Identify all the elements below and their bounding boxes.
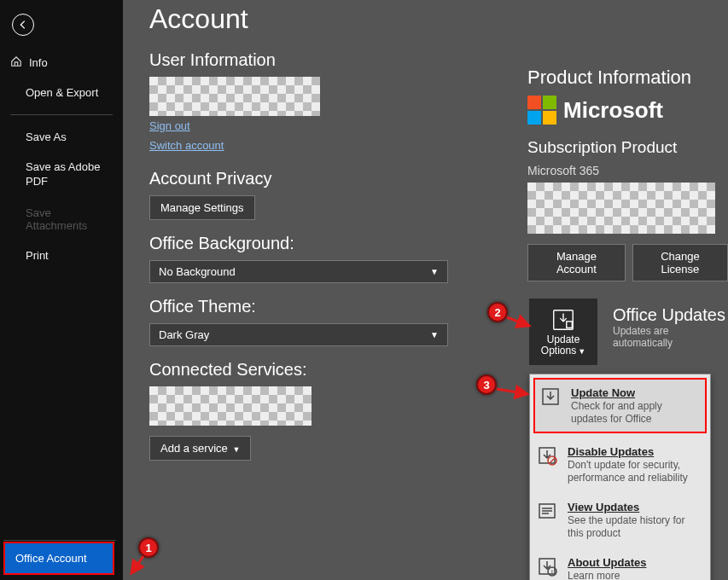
annotation-arrow-1 xyxy=(128,554,149,580)
disable-updates-icon xyxy=(537,445,559,484)
sidebar-label: Save Attachments xyxy=(26,206,87,232)
sidebar-item-info[interactable]: Info xyxy=(0,48,123,78)
microsoft-logo-icon xyxy=(527,96,556,125)
menu-title: Update Now xyxy=(571,386,700,399)
microsoft-logo: Microsoft xyxy=(527,96,728,125)
annotation-badge-1: 1 xyxy=(138,537,159,558)
sidebar-item-print[interactable]: Print xyxy=(0,241,123,270)
annotation-badge-2: 2 xyxy=(487,302,508,322)
sign-out-link[interactable]: Sign out xyxy=(149,119,190,132)
change-license-button[interactable]: Change License xyxy=(632,244,728,281)
chevron-down-icon: ▼ xyxy=(232,445,240,454)
home-icon xyxy=(10,55,22,70)
backstage-sidebar: Info Open & Export Save As Save as Adobe… xyxy=(0,0,123,580)
sidebar-label: Info xyxy=(29,56,48,69)
menu-desc: Learn more xyxy=(568,570,620,580)
manage-account-button[interactable]: Manage Account xyxy=(527,244,626,281)
background-value: No Background xyxy=(159,265,236,278)
right-column: Product Information Microsoft Subscripti… xyxy=(527,63,728,297)
service-placeholder xyxy=(149,386,312,426)
page-title: Account xyxy=(149,3,728,35)
theme-heading: Office Theme: xyxy=(149,297,457,316)
menu-item-update-now[interactable]: Update Now Check for and apply updates f… xyxy=(533,378,707,433)
user-photo-placeholder xyxy=(149,77,320,116)
sidebar-divider xyxy=(10,114,113,115)
office-updates-heading-area: Office Updates Updates are automatically xyxy=(613,305,728,349)
sidebar-label: Open & Export xyxy=(26,86,98,99)
svg-text:i: i xyxy=(551,568,553,576)
menu-desc: Check for and apply updates for Office xyxy=(571,400,662,425)
sidebar-label: Office Account xyxy=(15,552,87,565)
menu-item-view-updates[interactable]: View Updates See the update history for … xyxy=(530,492,710,548)
sidebar-bottom-divider xyxy=(3,540,116,541)
update-now-icon xyxy=(540,386,562,425)
annotation-badge-3: 3 xyxy=(476,374,497,395)
office-updates-title: Office Updates xyxy=(613,305,728,325)
subscription-name: Microsoft 365 xyxy=(527,164,728,177)
theme-select[interactable]: Dark Gray ▼ xyxy=(149,323,448,346)
update-label2: Options xyxy=(541,345,576,357)
sidebar-item-save-as[interactable]: Save As xyxy=(0,122,123,152)
user-info-heading: User Information xyxy=(149,50,457,70)
add-service-button[interactable]: Add a service ▼ xyxy=(149,436,251,461)
chevron-down-icon: ▼ xyxy=(430,267,439,276)
back-button[interactable] xyxy=(12,14,34,36)
subscription-heading: Subscription Product xyxy=(527,138,728,157)
product-heading: Product Information xyxy=(527,67,728,89)
sidebar-item-office-account[interactable]: Office Account xyxy=(3,542,114,575)
sidebar-item-attachments: Save Attachments xyxy=(0,198,123,241)
background-heading: Office Background: xyxy=(149,234,457,253)
menu-desc: See the update history for this product xyxy=(568,514,684,539)
menu-title: About Updates xyxy=(568,556,646,569)
add-service-label: Add a service xyxy=(160,442,228,455)
subscription-placeholder xyxy=(527,183,715,234)
left-column: User Information Sign out Switch account… xyxy=(149,47,457,474)
update-label1: Update xyxy=(547,334,580,345)
microsoft-word: Microsoft xyxy=(563,97,663,124)
chevron-down-icon: ▼ xyxy=(430,330,439,339)
menu-item-about-updates[interactable]: i About Updates Learn more xyxy=(530,548,710,580)
switch-account-link[interactable]: Switch account xyxy=(149,139,224,152)
update-options-menu: Update Now Check for and apply updates f… xyxy=(529,374,711,580)
update-options-button[interactable]: Update Options▼ xyxy=(529,299,597,365)
sidebar-label: Save As xyxy=(26,130,67,143)
menu-item-disable-updates[interactable]: Disable Updates Don't update for securit… xyxy=(530,437,710,492)
theme-value: Dark Gray xyxy=(159,328,209,341)
manage-settings-button[interactable]: Manage Settings xyxy=(149,195,255,220)
about-updates-icon: i xyxy=(537,556,559,580)
menu-desc: Don't update for security, performance a… xyxy=(568,459,688,484)
services-heading: Connected Services: xyxy=(149,360,457,380)
sidebar-item-save-pdf[interactable]: Save as Adobe PDF xyxy=(0,152,123,198)
svg-rect-1 xyxy=(567,322,573,328)
chevron-down-icon: ▼ xyxy=(578,347,585,356)
background-select[interactable]: No Background ▼ xyxy=(149,260,448,283)
privacy-heading: Account Privacy xyxy=(149,169,457,188)
sidebar-label: Print xyxy=(26,249,49,262)
update-download-icon xyxy=(550,307,576,333)
view-updates-icon xyxy=(537,501,559,539)
sidebar-label: Save as Adobe PDF xyxy=(26,160,100,188)
menu-title: View Updates xyxy=(568,501,703,513)
sidebar-item-open-export[interactable]: Open & Export xyxy=(0,78,123,107)
menu-title: Disable Updates xyxy=(568,445,703,458)
back-arrow-icon xyxy=(17,19,29,31)
office-updates-caption: Updates are automatically xyxy=(613,325,728,349)
